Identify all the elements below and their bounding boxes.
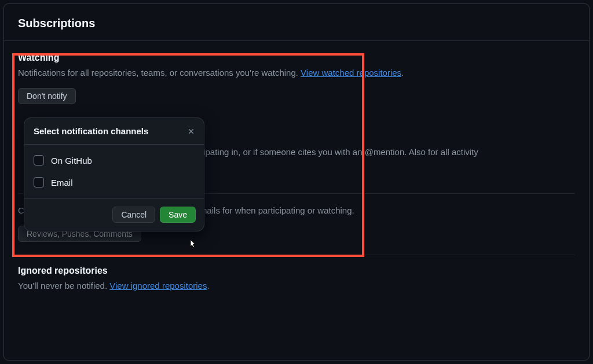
popover-title: Select notification channels [34,126,148,136]
option-on-github[interactable]: On GitHub [24,149,204,171]
cancel-button[interactable]: Cancel [112,207,155,223]
watching-desc: Notifications for all repositories, team… [18,67,575,80]
popover-body: On GitHub Email [24,145,204,198]
checkbox-on-github[interactable] [34,155,44,166]
view-ignored-repos-link[interactable]: View ignored repositories [109,281,207,291]
watching-title: Watching [18,53,575,63]
popover-footer: Cancel Save [24,198,204,231]
ignored-desc-suffix: . [207,281,209,291]
option-label-email: Email [51,178,73,187]
panel-title: Subscriptions [4,4,589,41]
close-icon[interactable] [186,127,196,136]
option-label-on-github: On GitHub [51,156,92,166]
view-watched-repos-link[interactable]: View watched repositories [301,68,401,78]
notification-channels-popover: Select notification channels On GitHub E… [24,117,204,231]
ignored-desc-prefix: You'll never be notified. [18,281,109,291]
watching-desc-text: Notifications for all repositories, team… [18,68,301,78]
subscriptions-panel: Subscriptions Watching Notifications for… [3,3,590,361]
watching-section: Watching Notifications for all repositor… [4,41,589,104]
watching-desc-suffix: . [401,68,404,78]
popover-header: Select notification channels [24,118,204,145]
ignored-desc: You'll never be notified. View ignored r… [18,280,575,293]
checkbox-email[interactable] [34,177,44,187]
ignored-section: Ignored repositories You'll never be not… [4,255,589,293]
ignored-title: Ignored repositories [18,266,575,276]
participating-desc-tail: are participating in, or if someone cite… [167,147,478,157]
dont-notify-button[interactable]: Don't notify [18,88,76,104]
save-button[interactable]: Save [160,207,196,223]
option-email[interactable]: Email [24,171,204,193]
